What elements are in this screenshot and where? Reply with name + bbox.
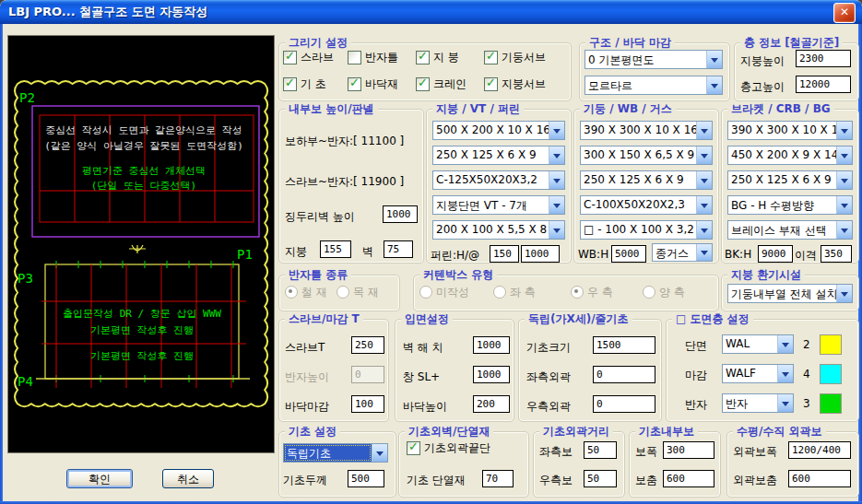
chevron-down-icon[interactable] [777,335,793,353]
checkbox-icon[interactable] [484,51,498,64]
footing-size-input[interactable] [593,336,655,354]
wainscot-height-input[interactable] [383,205,418,223]
roof-panel-input[interactable] [320,240,351,258]
chevron-down-icon[interactable] [836,196,852,214]
chevron-down-icon[interactable] [549,171,564,189]
radio-icon[interactable] [337,286,349,299]
radio-both[interactable]: 양 측 [643,286,685,299]
finish-layer-select[interactable]: WALF [722,364,794,383]
chevron-down-icon[interactable] [696,221,712,239]
checkbox-ceiling-frame[interactable]: 반자틀 [348,51,398,64]
chevron-down-icon[interactable] [836,285,852,302]
chevron-down-icon[interactable] [706,51,722,68]
chevron-down-icon[interactable] [549,122,564,139]
finish-layer-swatch[interactable] [820,364,842,384]
roof-select-5[interactable]: 200 X 100 X 5,5 X 8 [432,220,565,240]
ceiling-height-input[interactable] [351,366,384,383]
outer-beam-width-input[interactable] [788,441,851,459]
checkbox-icon[interactable] [348,77,361,91]
insulation-input[interactable] [482,470,514,487]
chevron-down-icon[interactable] [836,122,852,139]
checkbox-slab[interactable]: 스라브 [283,51,334,64]
chevron-down-icon[interactable] [777,365,793,382]
chevron-down-icon[interactable] [696,122,712,139]
roof-vent-select[interactable]: 기둥내부열 전체 설치 [727,284,853,303]
chevron-down-icon[interactable] [696,244,712,261]
ceiling-layer-swatch[interactable] [820,393,842,414]
roof-select-2[interactable]: 250 X 125 X 6 X 9 [432,146,565,165]
left-outline-input[interactable] [593,366,655,383]
base-type-select[interactable]: 독립기초 [283,443,388,463]
checkbox-crane[interactable]: 크레인 [416,77,466,91]
roof-select-1[interactable]: 500 X 200 X 10 X 16 [432,121,565,140]
purlin-at-input[interactable] [521,245,560,263]
girth-direction-select[interactable]: 종거스 [652,243,713,262]
column-select-3[interactable]: 250 X 125 X 6 X 9 [580,170,713,190]
brace-member-select[interactable]: 브레이스 부재 선택 [727,220,853,240]
bracket-select-4[interactable]: BG - H 수평방향 [727,195,853,215]
title-bar[interactable]: LBJ PRO... 철골구조 도면 자동작성 ✕ [0,0,862,24]
radio-icon[interactable] [571,286,584,299]
checkbox-column-sub[interactable]: 기둥서브 [484,51,546,64]
chevron-down-icon[interactable] [696,147,712,164]
checkbox-icon[interactable] [283,51,297,64]
checkbox-roof-sub[interactable]: 지붕서브 [484,77,546,91]
close-icon[interactable]: ✕ [833,3,856,23]
chevron-down-icon[interactable] [696,196,712,214]
checkbox-roof[interactable]: 지 붕 [416,51,459,64]
checkbox-icon[interactable] [416,77,430,91]
wb-h-input[interactable] [611,245,646,263]
radio-icon[interactable] [643,286,655,299]
left-beam-input[interactable] [584,441,617,459]
column-select-4[interactable]: C-100X50X20X2,3 [580,195,713,215]
chevron-down-icon[interactable] [836,221,852,239]
roof-select-3[interactable]: C-125X50X20X3,2 [432,170,565,190]
checkbox-base-outline-end[interactable]: 기초외곽끝단 [407,441,490,455]
chevron-down-icon[interactable] [696,171,712,189]
chevron-down-icon[interactable] [549,221,564,239]
checkbox-icon[interactable] [407,441,420,455]
checkbox-icon[interactable] [283,77,297,91]
ok-button[interactable]: 확인 [66,469,133,488]
beam-depth-input[interactable] [663,470,714,487]
base-thickness-input[interactable] [348,470,384,487]
chevron-down-icon[interactable] [549,147,564,164]
checkbox-icon[interactable] [416,51,430,64]
radio-wood[interactable]: 목 재 [337,286,379,299]
purlin-h-input[interactable] [490,245,519,263]
roof-height-input[interactable] [796,50,851,67]
radio-left[interactable]: 좌 측 [493,286,536,299]
chevron-down-icon[interactable] [372,444,387,462]
radio-right[interactable]: 우 측 [571,286,613,299]
chevron-down-icon[interactable] [836,171,852,189]
checkbox-icon[interactable] [348,51,361,64]
column-select-1[interactable]: 390 X 300 X 10 X 16 [580,121,713,140]
radio-icon[interactable] [285,286,298,299]
column-select-5[interactable]: □ - 100 X 100 X 3,2 [580,220,713,240]
window-sl-input[interactable] [473,366,510,383]
chevron-down-icon[interactable] [549,196,564,214]
right-outline-input[interactable] [593,395,655,413]
bracket-select-1[interactable]: 390 X 300 X 10 X 16 [727,121,853,140]
floor-finish-input[interactable] [351,395,384,413]
column-select-2[interactable]: 300 X 150 X 6,5 X 9 [580,146,713,165]
beam-width-input[interactable] [663,441,714,459]
bracket-select-2[interactable]: 450 X 200 X 9 X 14 [727,146,853,165]
section-layer-select[interactable]: WAL [722,334,794,354]
radio-icon[interactable] [419,286,432,299]
structure-select[interactable]: 0 기본평면도 [585,50,723,69]
checkbox-icon[interactable] [484,77,498,91]
slab-t-input[interactable] [351,336,384,354]
floor-finish-select[interactable]: 모르타르 [585,76,723,95]
chevron-down-icon[interactable] [706,76,722,94]
wall-hatch-input[interactable] [473,336,510,354]
chevron-down-icon[interactable] [777,394,793,412]
checkbox-floor-material[interactable]: 바닥재 [348,77,398,91]
radio-icon[interactable] [493,286,506,299]
ceiling-layer-select[interactable]: 반자 [722,393,794,413]
outer-beam-depth-input[interactable] [788,470,851,487]
wall-panel-input[interactable] [384,240,413,258]
right-beam-input[interactable] [584,470,617,487]
section-layer-swatch[interactable] [820,334,842,355]
cancel-button[interactable]: 취소 [162,469,214,488]
